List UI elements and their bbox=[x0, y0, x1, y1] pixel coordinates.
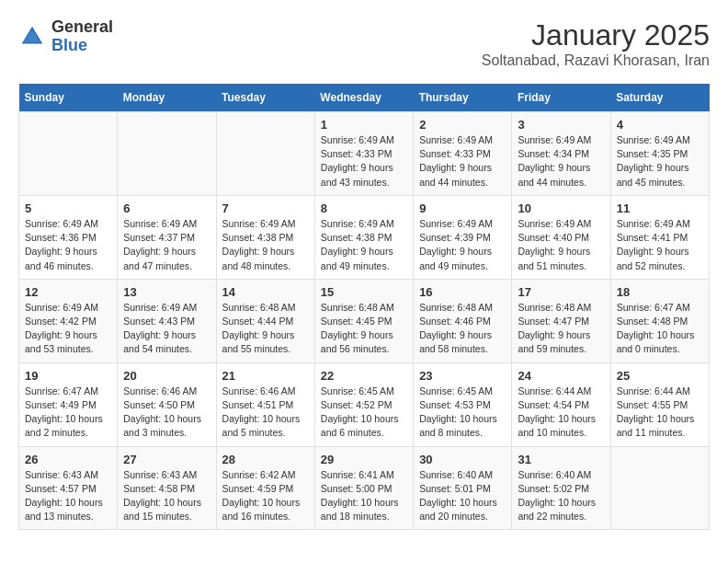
calendar-cell bbox=[610, 446, 709, 530]
calendar-week-row: 26Sunrise: 6:43 AM Sunset: 4:57 PM Dayli… bbox=[19, 446, 710, 530]
day-number: 14 bbox=[222, 285, 309, 299]
calendar-week-row: 5Sunrise: 6:49 AM Sunset: 4:36 PM Daylig… bbox=[19, 195, 710, 279]
day-info: Sunrise: 6:48 AM Sunset: 4:45 PM Dayligh… bbox=[321, 301, 407, 357]
day-number: 16 bbox=[419, 285, 506, 299]
day-info: Sunrise: 6:43 AM Sunset: 4:57 PM Dayligh… bbox=[25, 468, 111, 524]
logo-icon bbox=[18, 23, 46, 51]
calendar-cell: 13Sunrise: 6:49 AM Sunset: 4:43 PM Dayli… bbox=[118, 279, 216, 362]
calendar-cell: 26Sunrise: 6:43 AM Sunset: 4:57 PM Dayli… bbox=[19, 446, 118, 530]
calendar-cell: 21Sunrise: 6:46 AM Sunset: 4:51 PM Dayli… bbox=[216, 362, 314, 446]
calendar-cell: 31Sunrise: 6:40 AM Sunset: 5:02 PM Dayli… bbox=[512, 446, 610, 530]
day-number: 24 bbox=[518, 369, 604, 383]
day-info: Sunrise: 6:49 AM Sunset: 4:33 PM Dayligh… bbox=[321, 133, 407, 190]
logo-blue: Blue bbox=[51, 37, 113, 55]
weekday-header: Tuesday bbox=[216, 84, 314, 112]
day-info: Sunrise: 6:49 AM Sunset: 4:43 PM Dayligh… bbox=[123, 301, 210, 357]
day-info: Sunrise: 6:46 AM Sunset: 4:50 PM Dayligh… bbox=[123, 385, 210, 441]
day-info: Sunrise: 6:49 AM Sunset: 4:38 PM Dayligh… bbox=[222, 217, 309, 273]
day-number: 26 bbox=[25, 453, 111, 466]
weekday-header: Sunday bbox=[19, 84, 118, 112]
calendar-cell: 3Sunrise: 6:49 AM Sunset: 4:34 PM Daylig… bbox=[512, 112, 610, 196]
day-info: Sunrise: 6:48 AM Sunset: 4:46 PM Dayligh… bbox=[419, 301, 506, 357]
day-number: 1 bbox=[321, 118, 407, 132]
calendar-cell: 23Sunrise: 6:45 AM Sunset: 4:53 PM Dayli… bbox=[414, 362, 512, 446]
page-header: General Blue January 2025 Soltanabad, Ra… bbox=[18, 18, 710, 69]
day-number: 11 bbox=[617, 201, 703, 215]
day-info: Sunrise: 6:49 AM Sunset: 4:33 PM Dayligh… bbox=[419, 133, 506, 190]
logo-text: General Blue bbox=[51, 18, 113, 55]
day-info: Sunrise: 6:49 AM Sunset: 4:42 PM Dayligh… bbox=[25, 301, 111, 357]
calendar-week-row: 19Sunrise: 6:47 AM Sunset: 4:49 PM Dayli… bbox=[19, 362, 710, 446]
calendar-cell: 12Sunrise: 6:49 AM Sunset: 4:42 PM Dayli… bbox=[19, 279, 118, 362]
calendar-cell bbox=[216, 112, 314, 196]
day-number: 20 bbox=[123, 369, 210, 383]
day-number: 30 bbox=[419, 453, 506, 466]
weekday-header: Wednesday bbox=[314, 84, 413, 112]
day-info: Sunrise: 6:40 AM Sunset: 5:02 PM Dayligh… bbox=[518, 468, 604, 524]
day-number: 27 bbox=[123, 453, 210, 466]
day-number: 6 bbox=[123, 201, 210, 215]
day-number: 8 bbox=[321, 201, 407, 215]
day-info: Sunrise: 6:49 AM Sunset: 4:40 PM Dayligh… bbox=[518, 217, 604, 273]
calendar-cell: 5Sunrise: 6:49 AM Sunset: 4:36 PM Daylig… bbox=[19, 195, 118, 279]
day-info: Sunrise: 6:47 AM Sunset: 4:48 PM Dayligh… bbox=[617, 301, 703, 357]
logo: General Blue bbox=[18, 18, 113, 55]
day-info: Sunrise: 6:40 AM Sunset: 5:01 PM Dayligh… bbox=[419, 468, 506, 524]
day-info: Sunrise: 6:44 AM Sunset: 4:55 PM Dayligh… bbox=[617, 385, 703, 441]
calendar-week-row: 12Sunrise: 6:49 AM Sunset: 4:42 PM Dayli… bbox=[19, 279, 710, 362]
day-info: Sunrise: 6:49 AM Sunset: 4:34 PM Dayligh… bbox=[518, 133, 604, 190]
weekday-header: Thursday bbox=[414, 84, 512, 112]
logo-general: General bbox=[51, 18, 113, 37]
day-number: 10 bbox=[518, 201, 604, 215]
day-number: 19 bbox=[25, 369, 111, 383]
day-number: 4 bbox=[617, 118, 703, 132]
day-info: Sunrise: 6:42 AM Sunset: 4:59 PM Dayligh… bbox=[222, 468, 309, 524]
day-info: Sunrise: 6:47 AM Sunset: 4:49 PM Dayligh… bbox=[25, 385, 111, 441]
day-info: Sunrise: 6:44 AM Sunset: 4:54 PM Dayligh… bbox=[518, 385, 604, 441]
day-number: 12 bbox=[25, 285, 111, 299]
weekday-header-row: SundayMondayTuesdayWednesdayThursdayFrid… bbox=[19, 84, 710, 112]
day-info: Sunrise: 6:45 AM Sunset: 4:52 PM Dayligh… bbox=[321, 385, 407, 441]
calendar-cell bbox=[118, 112, 216, 196]
calendar-title: January 2025 bbox=[482, 18, 710, 52]
day-info: Sunrise: 6:46 AM Sunset: 4:51 PM Dayligh… bbox=[222, 385, 309, 441]
calendar-cell: 6Sunrise: 6:49 AM Sunset: 4:37 PM Daylig… bbox=[118, 195, 216, 279]
calendar-cell: 27Sunrise: 6:43 AM Sunset: 4:58 PM Dayli… bbox=[118, 446, 216, 530]
day-number: 13 bbox=[123, 285, 210, 299]
calendar-cell: 29Sunrise: 6:41 AM Sunset: 5:00 PM Dayli… bbox=[314, 446, 413, 530]
calendar-cell: 30Sunrise: 6:40 AM Sunset: 5:01 PM Dayli… bbox=[414, 446, 512, 530]
calendar-cell: 7Sunrise: 6:49 AM Sunset: 4:38 PM Daylig… bbox=[216, 195, 314, 279]
day-number: 17 bbox=[518, 285, 604, 299]
day-number: 23 bbox=[419, 369, 506, 383]
day-number: 7 bbox=[222, 201, 309, 215]
day-number: 15 bbox=[321, 285, 407, 299]
calendar-cell: 25Sunrise: 6:44 AM Sunset: 4:55 PM Dayli… bbox=[610, 362, 709, 446]
calendar-subtitle: Soltanabad, Razavi Khorasan, Iran bbox=[482, 52, 710, 69]
weekday-header: Saturday bbox=[610, 84, 709, 112]
day-info: Sunrise: 6:49 AM Sunset: 4:41 PM Dayligh… bbox=[617, 217, 703, 273]
day-number: 9 bbox=[419, 201, 506, 215]
day-number: 18 bbox=[617, 285, 703, 299]
calendar-cell: 8Sunrise: 6:49 AM Sunset: 4:38 PM Daylig… bbox=[314, 195, 413, 279]
calendar-cell: 14Sunrise: 6:48 AM Sunset: 4:44 PM Dayli… bbox=[216, 279, 314, 362]
calendar-cell: 17Sunrise: 6:48 AM Sunset: 4:47 PM Dayli… bbox=[512, 279, 610, 362]
calendar-cell: 20Sunrise: 6:46 AM Sunset: 4:50 PM Dayli… bbox=[118, 362, 216, 446]
calendar-cell: 18Sunrise: 6:47 AM Sunset: 4:48 PM Dayli… bbox=[610, 279, 709, 362]
calendar-cell: 2Sunrise: 6:49 AM Sunset: 4:33 PM Daylig… bbox=[414, 112, 512, 196]
day-number: 25 bbox=[617, 369, 703, 383]
calendar-cell: 24Sunrise: 6:44 AM Sunset: 4:54 PM Dayli… bbox=[512, 362, 610, 446]
calendar-cell: 11Sunrise: 6:49 AM Sunset: 4:41 PM Dayli… bbox=[610, 195, 709, 279]
day-info: Sunrise: 6:45 AM Sunset: 4:53 PM Dayligh… bbox=[419, 385, 506, 441]
day-number: 22 bbox=[321, 369, 407, 383]
day-info: Sunrise: 6:49 AM Sunset: 4:38 PM Dayligh… bbox=[321, 217, 407, 273]
calendar-cell: 28Sunrise: 6:42 AM Sunset: 4:59 PM Dayli… bbox=[216, 446, 314, 530]
calendar-table: SundayMondayTuesdayWednesdayThursdayFrid… bbox=[18, 84, 710, 530]
day-info: Sunrise: 6:41 AM Sunset: 5:00 PM Dayligh… bbox=[321, 468, 407, 524]
calendar-cell: 15Sunrise: 6:48 AM Sunset: 4:45 PM Dayli… bbox=[314, 279, 413, 362]
calendar-week-row: 1Sunrise: 6:49 AM Sunset: 4:33 PM Daylig… bbox=[19, 112, 710, 196]
day-info: Sunrise: 6:49 AM Sunset: 4:35 PM Dayligh… bbox=[617, 133, 703, 190]
day-info: Sunrise: 6:49 AM Sunset: 4:37 PM Dayligh… bbox=[123, 217, 210, 273]
day-number: 31 bbox=[518, 453, 604, 466]
calendar-cell: 9Sunrise: 6:49 AM Sunset: 4:39 PM Daylig… bbox=[414, 195, 512, 279]
day-info: Sunrise: 6:43 AM Sunset: 4:58 PM Dayligh… bbox=[123, 468, 210, 524]
